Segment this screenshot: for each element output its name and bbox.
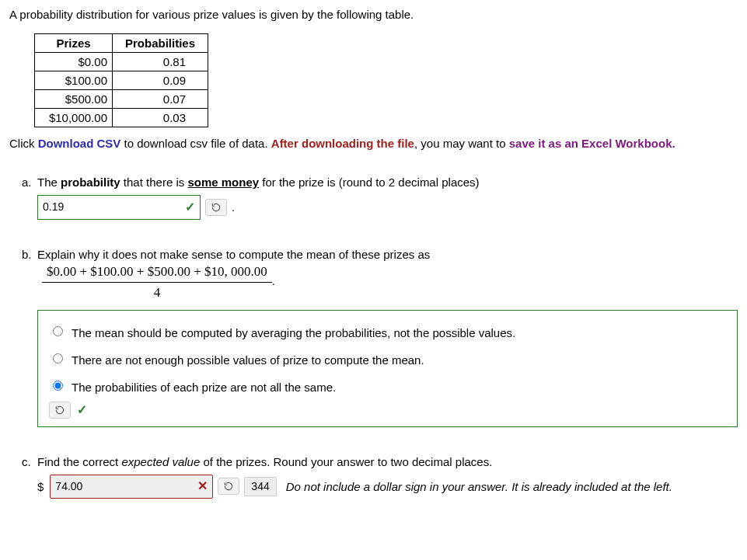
prize-cell: $10,000.00 (35, 109, 113, 127)
qa-text-frag: for the prize is (round to 2 decimal pla… (259, 176, 479, 189)
question-c-hint: Do not include a dollar sign in your ans… (286, 478, 672, 495)
question-c: c. Find the correct expected value of th… (37, 454, 738, 498)
question-c-value: 74.00 (55, 479, 82, 495)
question-c-text: Find the correct expected value of the p… (37, 454, 738, 470)
table-row: $100.00 0.09 (35, 71, 208, 90)
download-tail1: , you may want to (414, 137, 509, 150)
cross-icon: ✕ (197, 478, 208, 495)
question-c-input[interactable]: 74.00 ✕ (50, 475, 213, 498)
prob-cell: 0.07 (113, 90, 208, 109)
retry-icon (223, 481, 234, 492)
question-a-input[interactable]: 0.19 ✓ (37, 195, 201, 220)
retry-icon (54, 405, 65, 416)
question-b-marker: b. (22, 246, 32, 263)
table-row: $0.00 0.81 (35, 53, 208, 71)
dollar-sign: $ (37, 478, 44, 495)
question-c-marker: c. (22, 454, 31, 470)
download-after: After downloading the file (271, 137, 414, 150)
download-mid: to download csv file of data. (120, 137, 271, 150)
radio-input[interactable] (53, 326, 63, 336)
prize-cell: $100.00 (35, 71, 113, 90)
prob-cell: 0.81 (113, 53, 208, 71)
radio-label: There are not enough possible values of … (72, 352, 424, 368)
qa-text-frag: The (37, 176, 61, 189)
radio-input[interactable] (53, 381, 63, 391)
retry-button[interactable] (49, 402, 71, 419)
fraction-denominator: 4 (42, 282, 272, 302)
radio-label: The mean should be computed by averaging… (72, 325, 515, 341)
fraction-numerator: $0.00 + $100.00 + $500.00 + $10, 000.00 (42, 263, 272, 282)
download-pre: Click (9, 137, 38, 150)
question-a-marker: a. (22, 174, 32, 190)
check-icon: ✓ (185, 199, 195, 216)
radio-option-1[interactable]: There are not enough possible values of … (49, 352, 726, 368)
prob-cell: 0.03 (113, 109, 208, 127)
download-csv-link[interactable]: Download CSV (38, 137, 121, 150)
qc-em: expected value (121, 455, 200, 468)
retry-button[interactable] (205, 199, 227, 216)
check-icon: ✓ (77, 402, 87, 419)
question-c-answer-row: $ 74.00 ✕ 344 Do not include a dollar si… (37, 475, 738, 498)
question-a: a. The probability that there is some mo… (37, 174, 738, 220)
panel-footer: ✓ (49, 402, 726, 419)
prob-cell: 0.09 (113, 71, 208, 90)
qb-lead: Explain why it does not make sense to co… (37, 248, 430, 261)
fraction-period: . (272, 274, 275, 287)
question-b: b. Explain why it does not make sense to… (37, 246, 738, 427)
table-row: $500.00 0.07 (35, 90, 208, 109)
radio-option-0[interactable]: The mean should be computed by averaging… (49, 325, 726, 341)
prize-table: Prizes Probabilities $0.00 0.81 $100.00 … (34, 33, 208, 127)
table-header-prizes: Prizes (35, 34, 113, 53)
download-line: Click Download CSV to download csv file … (9, 135, 738, 152)
prize-cell: $500.00 (35, 90, 113, 109)
intro-text: A probability distribution for various p… (9, 6, 738, 23)
download-tail2: save it as an Excel Workbook. (509, 137, 675, 150)
correct-answer-box: 344 (244, 477, 276, 497)
qc-lead1: Find the correct (37, 455, 121, 468)
retry-button[interactable] (218, 478, 239, 495)
question-a-period: . (232, 199, 235, 215)
qa-bold: probability (61, 176, 120, 189)
question-a-text: The probability that there is some money… (37, 174, 738, 190)
question-a-answer-row: 0.19 ✓ . (37, 195, 738, 220)
radio-option-2[interactable]: The probabilities of each prize are not … (49, 379, 726, 395)
question-a-value: 0.19 (43, 200, 64, 215)
table-row: $10,000.00 0.03 (35, 109, 208, 127)
qa-underline: some money (187, 176, 259, 189)
qa-text-frag: that there is (120, 176, 188, 189)
radio-label: The probabilities of each prize are not … (72, 379, 336, 395)
question-b-text: Explain why it does not make sense to co… (37, 246, 738, 302)
radio-input[interactable] (53, 353, 63, 363)
retry-icon (211, 202, 222, 213)
qc-lead2: of the prizes. Round your answer to two … (200, 455, 492, 468)
question-b-panel: The mean should be computed by averaging… (37, 310, 738, 427)
fraction: $0.00 + $100.00 + $500.00 + $10, 000.00 … (42, 263, 272, 302)
prize-cell: $0.00 (35, 53, 113, 71)
table-header-probabilities: Probabilities (113, 34, 208, 53)
